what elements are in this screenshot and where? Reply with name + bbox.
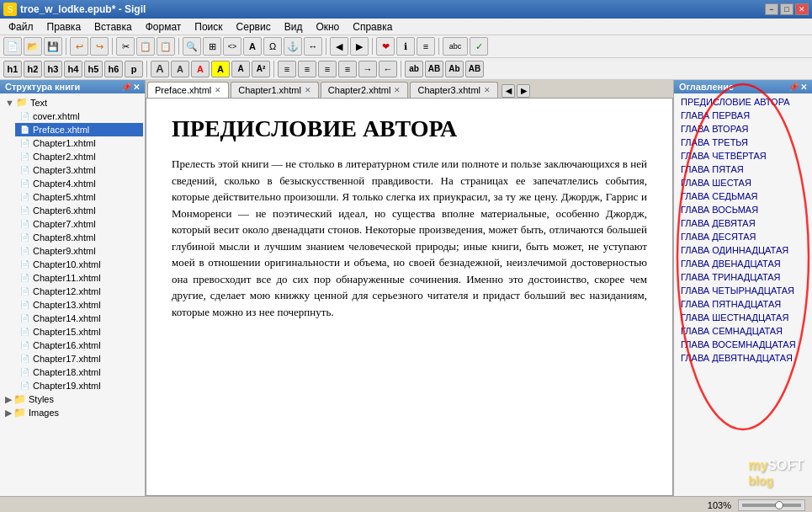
toc-item-14[interactable]: ГЛАВА ЧЕТЫРНАДЦАТАЯ (677, 284, 809, 297)
left-panel-pin[interactable]: 📌 (121, 83, 131, 92)
p-button[interactable]: p (125, 61, 143, 77)
align-left[interactable]: ≡ (278, 61, 296, 77)
editor-area[interactable]: ПРЕДИСЛОВИЕ АВТОРА Прелесть этой книги —… (146, 98, 673, 496)
tab-ch3[interactable]: Chapter3.xhtml ✕ (410, 82, 498, 98)
h1-button[interactable]: h1 (3, 61, 22, 77)
case-title[interactable]: Ab (445, 61, 464, 77)
copy-button[interactable]: 📋 (136, 37, 155, 56)
tab-ch2-close[interactable]: ✕ (394, 86, 401, 94)
indent-out[interactable]: ← (379, 61, 397, 77)
open-button[interactable]: 📂 (24, 37, 42, 56)
tab-ch1[interactable]: Chapter1.xhtml ✕ (231, 82, 319, 98)
file-ch14[interactable]: 📄 Chapter14.xhtml (15, 312, 143, 325)
menu-tools[interactable]: Сервис (230, 19, 278, 35)
file-ch2[interactable]: 📄 Chapter2.xhtml (15, 150, 143, 163)
font-color1[interactable]: A (191, 61, 210, 77)
info-button[interactable]: ℹ (396, 37, 415, 56)
zoom-slider[interactable] (738, 499, 805, 511)
toc-item-19[interactable]: ГЛАВА ДЕВЯТНАДЦАТАЯ (677, 351, 809, 365)
save-button[interactable]: 💾 (44, 37, 62, 56)
file-ch9[interactable]: 📄 Chapter9.xhtml (15, 244, 143, 258)
toc-item-8[interactable]: ГЛАВА ВОСЬМАЯ (677, 203, 809, 216)
file-ch16[interactable]: 📄 Chapter16.xhtml (15, 339, 143, 352)
menu-search[interactable]: Поиск (188, 19, 229, 35)
file-ch12[interactable]: 📄 Chapter12.xhtml (15, 285, 143, 298)
new-button[interactable]: 📄 (3, 37, 22, 56)
toc-item-0[interactable]: ПРЕДИСЛОВИЕ АВТОРА (677, 95, 809, 109)
toc-item-2[interactable]: ГЛАВА ВТОРАЯ (677, 122, 809, 136)
h5-button[interactable]: h5 (84, 61, 103, 77)
align-justify[interactable]: ≡ (338, 61, 357, 77)
folder-images[interactable]: ▶ 📁 Images (2, 406, 143, 419)
file-cover[interactable]: 📄 cover.xhtml (15, 109, 143, 123)
toc-item-1[interactable]: ГЛАВА ПЕРВАЯ (677, 109, 809, 122)
toc-item-6[interactable]: ГЛАВА ШЕСТАЯ (677, 176, 809, 189)
undo-button[interactable]: ↩ (70, 37, 88, 56)
toc-item-10[interactable]: ГЛАВА ДЕСЯТАЯ (677, 230, 809, 243)
list-button[interactable]: ≡ (417, 37, 435, 56)
file-ch13[interactable]: 📄 Chapter13.xhtml (15, 298, 143, 312)
file-ch4[interactable]: 📄 Chapter4.xhtml (15, 177, 143, 190)
toc-item-13[interactable]: ГЛАВА ТРИНАДЦАТАЯ (677, 270, 809, 284)
menu-file[interactable]: Файл (2, 19, 40, 35)
tab-preface-close[interactable]: ✕ (215, 86, 221, 94)
file-ch6[interactable]: 📄 Chapter6.xhtml (15, 204, 143, 217)
toc-item-15[interactable]: ГЛАВА ПЯТНАДЦАТАЯ (677, 297, 809, 311)
cut-button[interactable]: ✂ (116, 37, 135, 56)
file-ch5[interactable]: 📄 Chapter5.xhtml (15, 190, 143, 204)
left-panel-close[interactable]: ✕ (133, 83, 140, 92)
tab-next[interactable]: ▶ (517, 84, 530, 98)
file-ch17[interactable]: 📄 Chapter17.xhtml (15, 352, 143, 365)
link-button[interactable]: ↔ (304, 37, 322, 56)
font-color2[interactable]: A (211, 61, 230, 77)
special-char[interactable]: Ω (263, 37, 282, 56)
menu-format[interactable]: Формат (139, 19, 188, 35)
menu-help[interactable]: Справка (346, 19, 399, 35)
menu-insert[interactable]: Вставка (88, 19, 139, 35)
case-toggle[interactable]: AB (465, 61, 484, 77)
font-button[interactable]: A (243, 37, 262, 56)
maximize-button[interactable]: □ (780, 3, 793, 15)
next-button[interactable]: ▶ (350, 37, 369, 56)
indent-in[interactable]: → (358, 61, 377, 77)
file-ch11[interactable]: 📄 Chapter11.xhtml (15, 271, 143, 285)
menu-view[interactable]: Вид (278, 19, 310, 35)
file-ch18[interactable]: 📄 Chapter18.xhtml (15, 365, 143, 379)
tab-preface[interactable]: Preface.xhtml ✕ (147, 82, 229, 98)
file-preface[interactable]: 📄 Preface.xhtml (15, 123, 143, 136)
h4-button[interactable]: h4 (64, 61, 82, 77)
tab-ch2[interactable]: Chapter2.xhtml ✕ (321, 82, 409, 98)
align-right[interactable]: ≡ (318, 61, 337, 77)
align-center[interactable]: ≡ (298, 61, 316, 77)
toc-item-5[interactable]: ГЛАВА ПЯТАЯ (677, 163, 809, 176)
spell-button[interactable]: abc (443, 37, 468, 56)
h3-button[interactable]: h3 (44, 61, 62, 77)
toc-item-4[interactable]: ГЛАВА ЧЕТВЁРТАЯ (677, 149, 809, 163)
file-ch1[interactable]: 📄 Chapter1.xhtml (15, 136, 143, 150)
font-decrease[interactable]: A (171, 61, 189, 77)
h2-button[interactable]: h2 (24, 61, 42, 77)
toc-item-18[interactable]: ГЛАВА ВОСЕМНАДЦАТАЯ (677, 338, 809, 351)
h6-button[interactable]: h6 (104, 61, 123, 77)
check-button[interactable]: ✓ (470, 37, 488, 56)
file-ch10[interactable]: 📄 Chapter10.xhtml (15, 258, 143, 271)
file-ch3[interactable]: 📄 Chapter3.xhtml (15, 163, 143, 177)
menu-window[interactable]: Окно (309, 19, 346, 35)
toc-item-16[interactable]: ГЛАВА ШЕСТНАДЦАТАЯ (677, 311, 809, 324)
code-view[interactable]: <> (223, 37, 241, 56)
font-small[interactable]: A (231, 61, 250, 77)
toc-item-3[interactable]: ГЛАВА ТРЕТЬЯ (677, 136, 809, 149)
right-panel-close[interactable]: ✕ (800, 83, 807, 92)
toc-item-7[interactable]: ГЛАВА СЕДЬМАЯ (677, 189, 809, 203)
heart-button[interactable]: ❤ (376, 37, 395, 56)
right-panel-pin[interactable]: 📌 (788, 83, 799, 92)
close-button[interactable]: ✕ (795, 3, 809, 15)
case-upper[interactable]: AB (425, 61, 443, 77)
tab-ch1-close[interactable]: ✕ (305, 86, 311, 94)
file-ch8[interactable]: 📄 Chapter8.xhtml (15, 231, 143, 244)
toc-item-9[interactable]: ГЛАВА ДЕВЯТАЯ (677, 216, 809, 230)
tab-prev[interactable]: ◀ (502, 84, 515, 98)
toc-item-11[interactable]: ГЛАВА ОДИННАДЦАТАЯ (677, 243, 809, 257)
anchor-button[interactable]: ⚓ (284, 37, 302, 56)
tree-root[interactable]: ▼ 📁 Text (2, 95, 143, 109)
